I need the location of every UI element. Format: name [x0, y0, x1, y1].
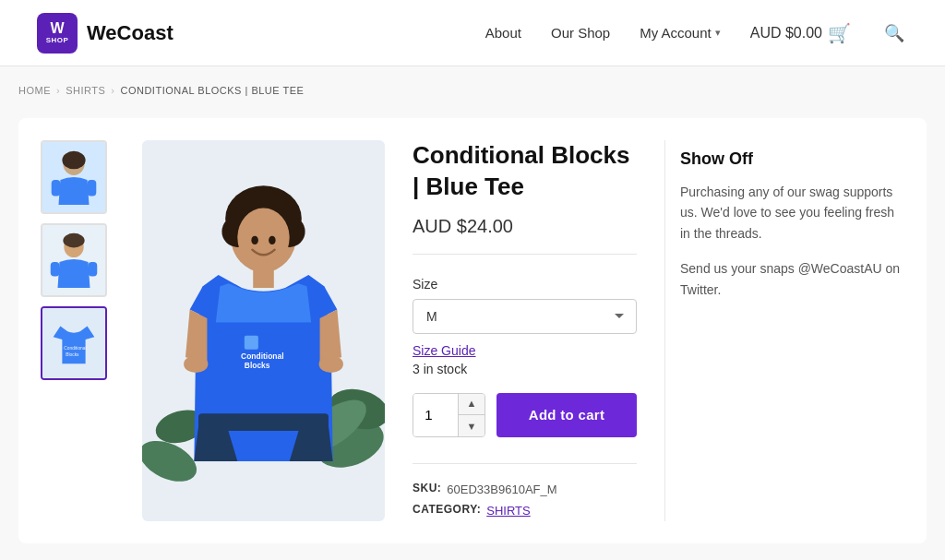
svg-rect-8	[51, 262, 60, 277]
sidebar-text-2: Send us your snaps @WeCoastAU on Twitter…	[680, 258, 904, 300]
thumb-img-3: Conditional Blocks	[42, 307, 105, 379]
nav-account-label: My Account	[640, 25, 712, 41]
svg-rect-29	[253, 266, 274, 287]
logo[interactable]: W SHOP WeCoast	[37, 13, 173, 54]
quantity-stepper: 1 ▲ ▼	[413, 393, 485, 437]
breadcrumb-sep-1: ›	[56, 85, 60, 96]
sidebar-title: Show Off	[680, 149, 904, 169]
svg-point-33	[184, 355, 208, 373]
sku-value: 60ED33B9610AF_M	[447, 479, 556, 500]
site-header: W SHOP WeCoast About Our Shop My Account…	[0, 0, 945, 66]
stock-info: 3 in stock	[413, 362, 637, 376]
product-info: Conditional Blocks | Blue Tee AUD $24.00…	[403, 140, 646, 521]
breadcrumb-home[interactable]: HOME	[18, 85, 51, 96]
thumb-img-2	[42, 224, 105, 296]
svg-rect-3	[52, 180, 61, 196]
sidebar-panel: Show Off Purchasing any of our swag supp…	[664, 140, 904, 521]
svg-rect-4	[88, 180, 97, 196]
search-icon: 🔍	[884, 24, 904, 42]
product-meta: SKU: 60ED33B9610AF_M CATEGORY: SHIRTS	[413, 463, 637, 522]
main-nav: About Our Shop My Account ▾ AUD $0.00 🛒 …	[485, 19, 908, 47]
svg-point-28	[269, 235, 276, 244]
svg-point-2	[62, 151, 85, 169]
nav-about[interactable]: About	[485, 25, 521, 41]
sidebar-text-1: Purchasing any of our swag supports us. …	[680, 182, 904, 244]
breadcrumb-shirts[interactable]: SHIRTS	[66, 85, 105, 96]
qty-buttons: ▲ ▼	[458, 393, 484, 437]
thumb-img-1	[42, 141, 105, 213]
thumbnail-2[interactable]	[41, 223, 107, 297]
main-product-svg: Conditional Blocks	[142, 156, 385, 506]
svg-rect-9	[89, 262, 98, 277]
main-product-image: Conditional Blocks	[142, 140, 385, 521]
svg-text:Conditional: Conditional	[64, 346, 86, 351]
size-guide-link[interactable]: Size Guide	[413, 343, 637, 358]
sku-label: SKU:	[413, 479, 441, 500]
product-layout: Conditional Blocks	[18, 118, 927, 543]
svg-text:Blocks: Blocks	[245, 361, 270, 370]
svg-rect-30	[245, 335, 258, 349]
breadcrumb-sep-2: ›	[111, 85, 114, 96]
page-wrapper: HOME › SHIRTS › CONDITIONAL BLOCKS | BLU…	[0, 66, 945, 560]
product-price: AUD $24.00	[413, 216, 637, 255]
category-row: CATEGORY: SHIRTS	[413, 500, 637, 521]
quantity-input[interactable]: 1	[413, 393, 458, 437]
site-name: WeCoast	[87, 21, 173, 45]
sku-row: SKU: 60ED33B9610AF_M	[413, 479, 637, 500]
cart-price: AUD $0.00	[750, 25, 822, 42]
qty-increment-button[interactable]: ▲	[459, 393, 484, 415]
qty-decrement-button[interactable]: ▼	[459, 415, 484, 437]
thumbnail-1[interactable]	[41, 140, 107, 214]
nav-account[interactable]: My Account ▾	[640, 25, 721, 41]
svg-point-7	[63, 233, 84, 248]
product-title: Conditional Blocks | Blue Tee	[413, 140, 637, 203]
svg-point-34	[319, 355, 343, 373]
nav-cart[interactable]: AUD $0.00 🛒	[750, 22, 851, 44]
search-button[interactable]: 🔍	[880, 19, 908, 47]
svg-point-26	[237, 208, 289, 267]
logo-icon: W SHOP	[37, 13, 78, 54]
size-select[interactable]: M XS S L XL XXL	[413, 299, 637, 334]
thumbnail-3[interactable]: Conditional Blocks	[41, 306, 107, 380]
add-to-cart-row: 1 ▲ ▼ Add to cart	[413, 393, 637, 437]
chevron-down-icon: ▾	[715, 27, 721, 39]
breadcrumb: HOME › SHIRTS › CONDITIONAL BLOCKS | BLU…	[18, 85, 927, 96]
cart-icon: 🛒	[828, 22, 851, 44]
svg-text:Blocks: Blocks	[66, 352, 79, 357]
category-label: CATEGORY:	[413, 500, 481, 521]
size-label: Size	[413, 277, 637, 292]
breadcrumb-current: CONDITIONAL BLOCKS | BLUE TEE	[120, 85, 304, 96]
svg-rect-35	[198, 413, 329, 431]
category-link[interactable]: SHIRTS	[486, 500, 530, 521]
svg-text:Conditional: Conditional	[241, 351, 283, 361]
svg-point-27	[251, 235, 258, 244]
add-to-cart-button[interactable]: Add to cart	[496, 393, 637, 437]
thumbnail-list: Conditional Blocks	[41, 140, 124, 521]
nav-shop[interactable]: Our Shop	[551, 25, 610, 41]
